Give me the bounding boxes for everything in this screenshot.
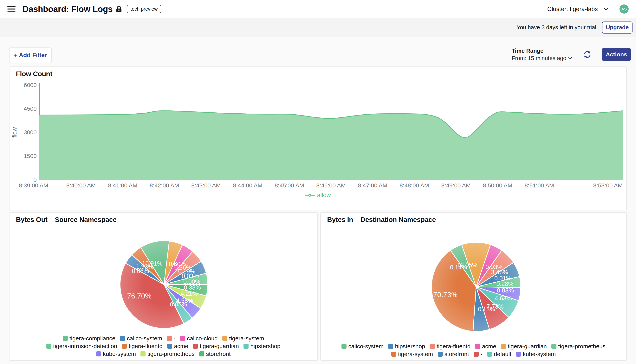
legend-label: calico-cloud — [187, 335, 218, 342]
page-title: Dashboard: Flow Logs — [23, 4, 113, 14]
legend-item-hipstershop[interactable]: hipstershop — [243, 343, 280, 350]
legend-label: tigera-guardian — [508, 343, 547, 350]
x-tick-label: 8:40:00 AM — [66, 182, 96, 188]
legend-item-hipstershop[interactable]: hipstershop — [388, 343, 425, 350]
legend-label: acme — [174, 343, 188, 350]
legend-item-tigera-guardian[interactable]: tigera-guardian — [193, 343, 239, 350]
legend-item-tigera-intrusion-detection[interactable]: tigera-intrusion-detection — [46, 343, 117, 350]
flow-area[interactable] — [39, 111, 622, 180]
legend-swatch — [63, 336, 68, 341]
legend-item--[interactable]: - — [167, 335, 176, 342]
legend-item-tigera-prometheus[interactable]: tigera-prometheus — [551, 343, 605, 350]
legend-item-kube-system[interactable]: kube-system — [96, 351, 136, 357]
legend-label: acme — [482, 343, 496, 350]
pie-percent-label: 0.38% — [184, 284, 201, 291]
refresh-icon[interactable] — [583, 50, 592, 59]
legend-swatch — [243, 344, 248, 349]
legend-swatch — [180, 336, 185, 341]
legend-label: - — [174, 335, 176, 342]
legend-item-tigera-prometheus[interactable]: tigera-prometheus — [140, 351, 194, 357]
cluster-selector[interactable]: Cluster: tigera-labs — [547, 6, 598, 12]
pie-percent-label: 1.93% — [136, 263, 153, 270]
allow-legend-icon — [305, 194, 315, 197]
pie-percent-label: 70.73% — [433, 291, 458, 299]
pie-percent-label: 0.28% — [496, 280, 514, 287]
pie-percent-label: 0.05% — [170, 301, 187, 308]
time-range-selector[interactable]: Time Range From: 15 minutes ago — [512, 47, 572, 62]
legend-item-tigera-fluentd[interactable]: tigera-fluentd — [122, 343, 163, 350]
y-axis-label: flow — [11, 127, 18, 138]
legend-label: calico-system — [127, 335, 162, 342]
legend-swatch — [516, 352, 521, 357]
x-tick-label: 8:53:00 AM — [593, 182, 622, 188]
tech-preview-badge: tech preview — [127, 5, 161, 13]
legend-row: calico-systemhipstershoptigera-fluentdac… — [339, 342, 608, 350]
pie-percent-label: 3.46% — [491, 269, 508, 276]
legend-label: tigera-fluentd — [437, 343, 471, 350]
bytes-in-pie-chart[interactable]: 12.05%0.03%3.46%0.01%0.28%0.83%4.63%7.73… — [321, 212, 626, 342]
legend-swatch — [551, 344, 556, 349]
bytes-out-legend: tigera-compliancecalico-system-calico-cl… — [10, 334, 317, 358]
legend-item-acme[interactable]: acme — [167, 343, 188, 350]
legend-row: kube-systemtigera-prometheusstorefront — [94, 350, 233, 358]
flow-legend[interactable]: allow — [10, 192, 626, 199]
legend-item-acme[interactable]: acme — [475, 343, 496, 350]
legend-swatch — [474, 352, 479, 357]
legend-label: storefront — [206, 351, 231, 357]
legend-item-calico-system[interactable]: calico-system — [342, 343, 384, 350]
legend-row: tigera-systemstorefront-defaultkube-syst… — [389, 350, 558, 358]
legend-item-tigera-guardian[interactable]: tigera-guardian — [501, 343, 547, 350]
chevron-down-icon[interactable] — [603, 8, 609, 11]
chart-controls: Time Range From: 15 minutes ago Actions — [512, 47, 631, 62]
legend-item-calico-cloud[interactable]: calico-cloud — [180, 335, 218, 342]
top-app-bar: Dashboard: Flow Logs tech preview Cluste… — [0, 0, 636, 18]
x-tick-label: 8:46:00 AM — [316, 182, 346, 188]
actions-button[interactable]: Actions — [602, 48, 631, 61]
legend-label: - — [480, 351, 482, 358]
legend-item-tigera-compliance[interactable]: tigera-compliance — [63, 335, 115, 342]
upgrade-button[interactable]: Upgrade — [602, 22, 632, 34]
legend-label: tigera-prometheus — [147, 351, 194, 357]
legend-item-calico-system[interactable]: calico-system — [120, 335, 162, 342]
pie-percent-label: 4.63% — [495, 295, 512, 302]
legend-item-storefront[interactable]: storefront — [199, 351, 231, 357]
legend-label: tigera-intrusion-detection — [53, 343, 117, 350]
y-tick-label: 0 — [33, 176, 37, 183]
legend-item-tigera-system[interactable]: tigera-system — [391, 351, 433, 358]
pie-percent-label: 0.14% — [450, 264, 467, 271]
flow-count-card: Flow Count 01500300045006000flow8:39:00 … — [9, 66, 627, 210]
pie-percent-label: 0.13% — [478, 306, 495, 313]
legend-item-storefront[interactable]: storefront — [438, 351, 469, 358]
trial-banner: You have 3 days left in your trial Upgra… — [0, 18, 636, 37]
legend-item-default[interactable]: default — [487, 351, 511, 358]
allow-legend-label: allow — [317, 192, 331, 199]
trial-message: You have 3 days left in your trial — [517, 24, 596, 30]
x-tick-label: 8:42:00 AM — [150, 182, 179, 188]
legend-swatch — [140, 352, 146, 356]
legend-label: hipstershop — [395, 343, 425, 350]
flow-count-chart[interactable]: 01500300045006000flow8:39:00 AM8:40:00 A… — [10, 67, 626, 191]
legend-swatch — [342, 344, 347, 349]
add-filter-button[interactable]: + Add Filter — [9, 48, 52, 63]
y-tick-label: 6000 — [24, 82, 37, 88]
y-tick-label: 4500 — [24, 106, 37, 112]
legend-item-kube-system[interactable]: kube-system — [516, 351, 556, 358]
legend-item-tigera-system[interactable]: tigera-system — [222, 335, 264, 342]
time-range-value: From: 15 minutes ago — [512, 54, 566, 62]
legend-item--[interactable]: - — [474, 351, 482, 358]
time-range-label: Time Range — [512, 47, 572, 54]
bytes-out-pie-chart[interactable]: 10.91%0.60%0.36%0.19%0.03%0.00%0.38%4.21… — [10, 212, 317, 335]
legend-swatch — [475, 344, 480, 349]
legend-item-tigera-fluentd[interactable]: tigera-fluentd — [430, 343, 471, 350]
pie-percent-label: 76.70% — [127, 292, 152, 300]
avatar[interactable]: AS — [619, 4, 629, 14]
legend-label: kube-system — [523, 351, 556, 358]
legend-swatch — [46, 344, 52, 349]
x-tick-label: 8:45:00 AM — [274, 182, 304, 188]
menu-icon[interactable] — [7, 6, 16, 12]
legend-swatch — [222, 336, 227, 341]
x-tick-label: 8:50:00 AM — [483, 182, 512, 188]
legend-swatch — [430, 344, 435, 349]
legend-label: tigera-prometheus — [558, 343, 605, 350]
legend-row: tigera-compliancecalico-system-calico-cl… — [60, 334, 266, 342]
